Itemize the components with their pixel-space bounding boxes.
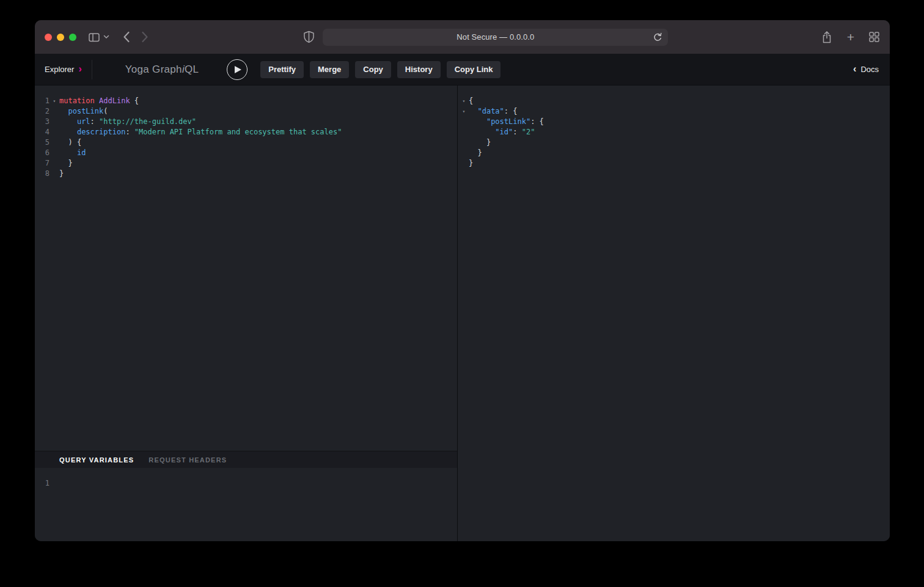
fold-spacer [459, 148, 469, 158]
tab-request-headers[interactable]: REQUEST HEADERS [148, 456, 227, 464]
fold-arrow-icon[interactable]: ▾ [459, 96, 469, 106]
window-controls [45, 34, 76, 41]
code-line: 4 description: "Modern API Platform and … [35, 127, 457, 137]
code-text: ) { [59, 137, 81, 148]
plus-icon: + [847, 31, 854, 43]
chrome-right-actions: + [821, 31, 880, 44]
code-line: 5 ) { [35, 137, 457, 148]
code-line: 3 url: "http://the-guild.dev" [35, 117, 457, 127]
fold-spacer [459, 137, 469, 148]
share-button[interactable] [821, 31, 833, 44]
code-text: url: "http://the-guild.dev" [59, 117, 196, 127]
response-pane: ▾{▾ "data": { "postLink": { "id": "2" } … [458, 86, 890, 541]
address-bar[interactable]: Not Secure — 0.0.0.0 [323, 29, 668, 46]
code-line: } [458, 137, 890, 148]
code-text: "data": { [469, 106, 518, 117]
sidebar-menu-button[interactable] [103, 35, 109, 39]
code-text: mutation AddLink { [59, 96, 139, 106]
sidebar-icon [87, 31, 101, 44]
fold-spacer [50, 127, 59, 137]
app-logo: Yoga GraphiQL [125, 64, 199, 76]
query-pane: 1▾mutation AddLink {2 postLink(3 url: "h… [35, 86, 457, 541]
fold-spacer [459, 158, 469, 169]
fold-spacer [50, 106, 59, 117]
reload-button[interactable] [651, 31, 664, 44]
tab-query-variables[interactable]: QUERY VARIABLES [59, 456, 134, 464]
code-text: } [59, 158, 73, 169]
tab-overview-button[interactable] [868, 31, 880, 43]
copy-button[interactable]: Copy [355, 61, 391, 78]
code-line: 2 postLink( [35, 106, 457, 117]
code-line: 1 [35, 478, 457, 489]
fold-spacer [50, 478, 59, 489]
fold-arrow-icon[interactable]: ▾ [459, 106, 469, 117]
line-number: 8 [35, 169, 50, 179]
code-text: { [469, 96, 473, 106]
fold-arrow-icon[interactable]: ▾ [50, 96, 59, 106]
code-line: "id": "2" [458, 127, 890, 137]
line-number: 5 [35, 137, 50, 148]
code-text: } [59, 169, 64, 179]
code-text: } [469, 158, 473, 169]
logo-text: Yoga Graph [125, 64, 182, 75]
fold-spacer [50, 148, 59, 158]
line-number: 4 [35, 127, 50, 137]
sidebar-toggle-button[interactable] [87, 31, 101, 44]
code-line: ▾ "data": { [458, 106, 890, 117]
zoom-window-button[interactable] [69, 34, 76, 41]
minimize-window-button[interactable] [57, 34, 64, 41]
fold-spacer [459, 127, 469, 137]
code-text: } [469, 137, 491, 148]
code-line: 6 id [35, 148, 457, 158]
explorer-toggle-button[interactable]: Explorer › [35, 54, 92, 85]
forward-button[interactable] [141, 31, 148, 43]
code-text: postLink( [59, 106, 108, 117]
chevron-left-icon [123, 31, 130, 43]
address-area: Not Secure — 0.0.0.0 [160, 29, 812, 46]
logo-text: QL [185, 64, 199, 75]
safari-window: Not Secure — 0.0.0.0 [35, 20, 890, 541]
query-editor[interactable]: 1▾mutation AddLink {2 postLink(3 url: "h… [35, 86, 457, 451]
fold-spacer [50, 158, 59, 169]
play-icon [235, 66, 241, 73]
code-line: 1▾mutation AddLink { [35, 96, 457, 106]
copy-link-button[interactable]: Copy Link [447, 61, 501, 78]
code-line: ▾{ [458, 96, 890, 106]
prettify-button[interactable]: Prettify [260, 61, 304, 78]
toolbar-separator [92, 60, 92, 79]
new-tab-button[interactable]: + [847, 31, 854, 43]
code-line: 7 } [35, 158, 457, 169]
line-number: 3 [35, 117, 50, 127]
merge-button[interactable]: Merge [310, 61, 349, 78]
docs-button[interactable]: ‹ Docs [853, 65, 879, 74]
reload-icon [651, 31, 664, 44]
tab-overview-icon [868, 31, 880, 43]
graphiql-main: 1▾mutation AddLink {2 postLink(3 url: "h… [35, 86, 890, 541]
fold-spacer [459, 117, 469, 127]
graphiql-toolbar: Explorer › Yoga GraphiQL PrettifyMergeCo… [35, 54, 890, 86]
chevron-right-icon: › [78, 64, 81, 74]
line-number: 6 [35, 148, 50, 158]
execute-query-button[interactable] [227, 59, 248, 80]
privacy-report-button[interactable] [303, 31, 315, 43]
code-line: } [458, 158, 890, 169]
line-number: 1 [35, 478, 50, 489]
response-viewer: ▾{▾ "data": { "postLink": { "id": "2" } … [458, 86, 890, 541]
code-line: "postLink": { [458, 117, 890, 127]
variables-tabs: QUERY VARIABLESREQUEST HEADERS [35, 451, 457, 468]
docs-label: Docs [860, 65, 879, 74]
code-text: "postLink": { [469, 117, 544, 127]
code-text: description: "Modern API Platform and ec… [59, 127, 342, 137]
code-line: } [458, 148, 890, 158]
desktop-background: Not Secure — 0.0.0.0 [0, 0, 924, 587]
chevron-down-icon [103, 35, 109, 39]
back-button[interactable] [123, 31, 130, 43]
code-text: } [469, 148, 482, 158]
variables-editor[interactable]: 1 [35, 468, 457, 541]
close-window-button[interactable] [45, 34, 52, 41]
url-text: Not Secure — 0.0.0.0 [457, 32, 534, 42]
code-line: 8} [35, 169, 457, 179]
fold-spacer [50, 117, 59, 127]
line-number: 1 [35, 96, 50, 106]
history-button[interactable]: History [397, 61, 441, 78]
